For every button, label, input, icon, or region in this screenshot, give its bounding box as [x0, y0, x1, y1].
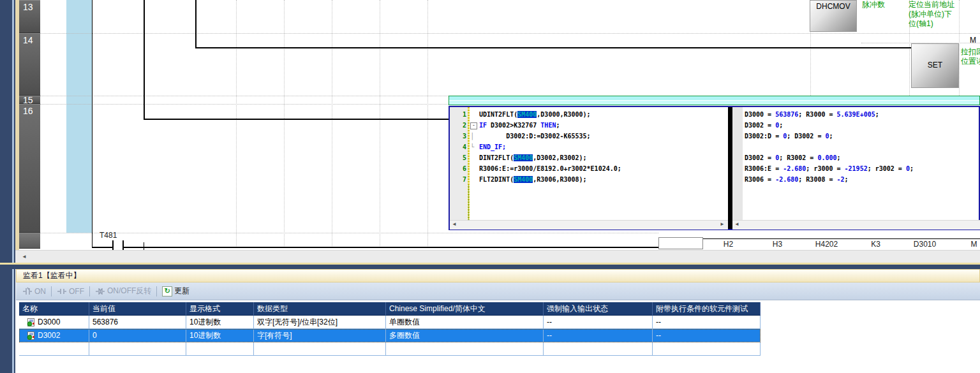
ladder-hscrollbar[interactable]: ◄	[15, 250, 980, 263]
watch-cell[interactable]	[19, 342, 89, 356]
st-code-line[interactable]: UDINT2FLT(SM400,D3000,R3000);	[470, 109, 725, 120]
grid-line	[40, 104, 450, 105]
monitor-segment: ;	[910, 165, 914, 172]
watch-cell[interactable]: --	[653, 316, 761, 329]
operand-label[interactable]: H3	[753, 240, 802, 250]
code-segment: ,D3000,R3000);	[537, 111, 590, 118]
monitor-segment: ; R3008 =	[798, 176, 836, 183]
rung-number: 14	[19, 33, 40, 96]
watch-window-titlebar[interactable]: 监看1【监看中】	[16, 269, 980, 282]
comment-line: 拉扣回	[961, 47, 980, 57]
device-name-cell[interactable]: D3000	[19, 316, 89, 329]
watch-row[interactable]: D3002010进制数字[有符号]多圈数值----	[19, 329, 761, 342]
monitor-line: R3006:E = -2.680; r3000 = -21952; r3002 …	[745, 163, 980, 174]
column-header[interactable]: 显示格式	[186, 302, 254, 316]
column-header[interactable]: Chinese Simplified/简体中文	[386, 302, 544, 316]
watch-cell[interactable]: 多圈数值	[386, 329, 544, 342]
st-pane-divider[interactable]	[728, 107, 732, 229]
watch-cell[interactable]: --	[653, 329, 761, 342]
code-segment: END_IF;	[479, 143, 506, 150]
st-code-line[interactable]: │ D3002:D:=D3002-K65535;	[470, 131, 725, 142]
watch-cell[interactable]: 0	[89, 329, 186, 342]
monitor-segment: R3006:E =	[745, 165, 783, 172]
monitor-segment: 0.000	[817, 154, 836, 161]
watch-cell[interactable]	[186, 342, 254, 356]
ladder-cursor-column[interactable]	[66, 0, 92, 233]
toolbar-separator	[51, 286, 52, 296]
on-button[interactable]: ON	[22, 287, 46, 296]
st-code-area[interactable]: UDINT2FLT(SM400,D3000,R3000);-IF D3002>K…	[470, 109, 725, 185]
operand-label[interactable]: M	[949, 240, 980, 250]
watch-cell[interactable]	[544, 342, 653, 356]
scroll-left-icon[interactable]: ◄	[452, 221, 457, 227]
operand-label[interactable]: H4202	[802, 240, 851, 250]
watch-row-empty[interactable]	[19, 342, 761, 356]
watch-cell[interactable]: 字[有符号]	[254, 329, 386, 342]
on-off-invert-button[interactable]: ON/OFF反转	[95, 286, 151, 296]
st-code-line[interactable]: └END_IF;	[470, 142, 725, 152]
st-line-number: 1	[450, 109, 466, 120]
dhcmov-instruction-block[interactable]: DHCMOV	[810, 0, 857, 32]
st-line-number: 3	[450, 131, 466, 142]
st-code-line[interactable]: R3006:E:=r3000/E8192.0+r3002*E1024.0;	[470, 163, 725, 174]
wire	[92, 247, 113, 248]
st-code-scrollbar[interactable]: ◄ ►	[450, 220, 728, 230]
column-header[interactable]: 强制输入输出状态	[544, 302, 653, 316]
watch-cell[interactable]: 563876	[89, 316, 186, 329]
watch-cell[interactable]	[653, 342, 761, 356]
monitor-segment: D3002 =	[745, 154, 775, 161]
contact-invert-icon	[95, 287, 105, 296]
scroll-left-icon[interactable]: ◄	[734, 221, 739, 227]
scroll-right-icon[interactable]: ►	[720, 221, 725, 227]
code-segment: D3002:D:=D3002-K65535;	[479, 133, 591, 140]
column-header[interactable]: 数据类型	[254, 302, 386, 316]
watch-cell[interactable]	[386, 342, 544, 356]
watch-cell[interactable]: --	[544, 329, 653, 342]
device-comment: 脉冲数	[862, 0, 907, 10]
st-code-line[interactable]: -IF D3002>K32767 THEN;	[470, 120, 725, 131]
watch-cell[interactable]: 10进制数	[186, 316, 254, 329]
watch-table: 名称当前值显示格式数据类型Chinese Simplified/简体中文强制输入…	[19, 302, 761, 356]
fold-marker-icon[interactable]: -	[470, 122, 477, 129]
st-code-line[interactable]: DINT2FLT(SM400,D3002,R3002);	[470, 152, 725, 163]
st-inline-editor[interactable]: 1234567 UDINT2FLT(SM400,D3000,R3000);-IF…	[449, 106, 980, 230]
column-header[interactable]: 名称	[19, 302, 89, 316]
instruction-box[interactable]	[658, 237, 703, 249]
off-label: OFF	[69, 287, 84, 296]
watch-cell[interactable]: --	[544, 316, 653, 329]
refresh-icon: ↻	[162, 286, 172, 296]
code-segment: FLT2DINT(	[479, 176, 514, 183]
monitor-segment: D3002:D =	[745, 133, 783, 140]
off-button[interactable]: OFF	[57, 287, 84, 296]
operand-label[interactable]: D3010	[900, 240, 949, 250]
fold-marker-icon: └	[470, 142, 479, 152]
operand-label[interactable]: K3	[851, 240, 900, 250]
watch-cell[interactable]: 单圈数值	[386, 316, 544, 329]
watch-cell[interactable]	[254, 342, 386, 356]
toolbar-separator	[89, 286, 90, 296]
column-header[interactable]: 附带执行条件的软元件测试	[653, 302, 761, 316]
on-label: ON	[34, 287, 46, 296]
monitor-segment: ; r3002 =	[868, 165, 906, 172]
grid-line	[427, 0, 428, 247]
code-segment: UDINT2FLT(	[479, 111, 517, 118]
set-instruction-block[interactable]: SET	[911, 43, 959, 88]
st-line-number: 4	[450, 142, 466, 152]
st-editor-header-band[interactable]	[449, 96, 980, 105]
wire	[144, 119, 450, 120]
monitor-segment: R3006 =	[745, 176, 775, 183]
watch-cell[interactable]: 双字[无符号]/位串[32位]	[254, 316, 386, 329]
watch-cell[interactable]	[89, 342, 186, 356]
watch-row[interactable]: D300056387610进制数双字[无符号]/位串[32位]单圈数值----	[19, 316, 761, 329]
st-monitor-scrollbar[interactable]: ◄	[732, 220, 980, 230]
device-name-cell[interactable]: D3002	[19, 329, 89, 342]
st-code-line[interactable]: FLT2DINT(SM400,R3006,R3008);	[470, 174, 725, 185]
watch-cell[interactable]: 10进制数	[186, 329, 254, 342]
scroll-left-icon[interactable]: ◄	[22, 254, 27, 260]
contact-label[interactable]: T481	[100, 231, 135, 240]
monitor-line: D3002:D = 0; D3002 = 0;	[745, 131, 980, 142]
operand-label[interactable]: H2	[704, 240, 753, 250]
pane-separator[interactable]	[0, 265, 980, 269]
column-header[interactable]: 当前值	[89, 302, 186, 316]
refresh-button[interactable]: ↻ 更新	[162, 286, 189, 296]
